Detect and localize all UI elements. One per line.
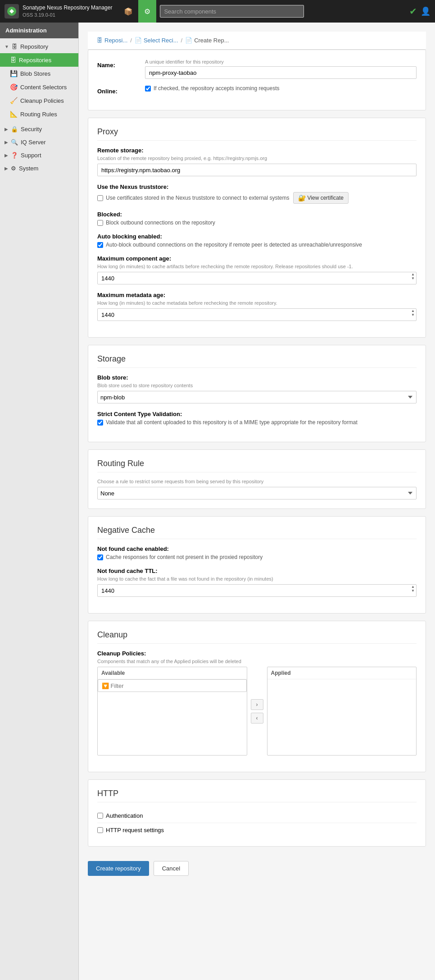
max-metadata-age-wrap: ▲ ▼ [97,308,417,321]
arrow-right-icon-system: ▶ [5,166,8,171]
sidebar-group-label-system: System [19,165,38,172]
sidebar-item-cleanup-policies[interactable]: 🧹 Cleanup Policies [0,94,78,107]
strict-content-checkbox[interactable] [97,420,103,426]
breadcrumb-repo-icon: 🗄 [97,37,103,44]
sidebar-group-iq[interactable]: ▶ 🔍 IQ Server [0,136,78,149]
auto-blocking-label: Auto blocking enabled: [97,233,417,240]
max-component-age-block: Maximum component age: How long (in minu… [97,255,417,284]
proxy-section: Proxy Remote storage: Location of the re… [88,118,426,338]
remote-storage-input[interactable] [97,164,417,176]
component-age-up[interactable]: ▲ [411,273,415,276]
negative-cache-heading: Negative Cache [97,526,417,539]
cleanup-policies-block: Cleanup Policies: Components that match … [97,650,417,756]
arrow-right-icon-support: ▶ [5,153,8,158]
routing-rules-icon: 📐 [10,110,18,118]
authentication-row[interactable]: Authentication [97,809,417,823]
sidebar-header: Administration [0,23,78,38]
sidebar-item-repositories[interactable]: 🗄 Repositories [0,53,78,67]
app-logo: Sonatype Nexus Repository Manager OSS 3.… [5,4,112,18]
max-metadata-age-hint: How long (in minutes) to cache metadata … [97,300,417,306]
sidebar-group-repository[interactable]: ▼ 🗄 Repository [0,40,78,53]
blocked-checkbox[interactable] [97,220,103,226]
available-panel: Available [97,667,247,756]
arrow-right-icon-security: ▶ [5,127,8,132]
not-found-cache-label: Not found cache enabled: [97,545,417,552]
user-icon[interactable]: 👤 [421,6,430,16]
filter-input[interactable] [98,679,247,692]
not-found-cache-checkbox[interactable] [97,554,103,560]
sidebar-item-blob-stores[interactable]: 💾 Blob Stores [0,67,78,80]
remote-storage-label: Remote storage: [97,147,417,154]
max-metadata-age-label: Maximum metadata age: [97,292,417,298]
basic-info-section: Name: A unique identifier for this repos… [88,50,426,110]
ttl-up[interactable]: ▲ [411,585,415,589]
breadcrumb-repositories[interactable]: 🗄 Reposi... [97,37,127,44]
max-component-age-wrap: ▲ ▼ [97,272,417,284]
breadcrumb-recipe-icon: 📄 [135,37,142,44]
remote-storage-block: Remote storage: Location of the remote r… [97,147,417,176]
name-input[interactable] [145,66,417,79]
package-icon-btn[interactable]: 📦 [119,0,137,23]
authentication-checkbox[interactable] [97,813,103,819]
auto-blocking-checkbox[interactable] [97,242,103,248]
topbar-nav-icons: 📦 ⚙ [119,0,156,23]
metadata-age-spinners: ▲ ▼ [411,309,415,317]
breadcrumb-create-label: Create Rep... [194,37,229,44]
online-checkbox[interactable] [145,86,151,92]
sidebar-group-system[interactable]: ▶ ⚙ System [0,162,78,175]
move-left-button[interactable]: ‹ [251,713,263,724]
metadata-age-down[interactable]: ▼ [411,313,415,317]
truststore-label: Use the Nexus truststore: [97,183,417,190]
cancel-button[interactable]: Cancel [154,861,189,876]
strict-content-checkbox-row: Validate that all content uploaded to th… [97,419,417,426]
breadcrumb-sep-2: / [181,37,183,44]
sidebar-group-label-support: Support [21,152,41,159]
sidebar-item-content-selectors[interactable]: 🎯 Content Selectors [0,80,78,94]
layout: Administration ▼ 🗄 Repository 🗄 Reposito… [0,23,435,980]
applied-header: Applied [267,667,417,679]
name-label: Name: [97,59,138,69]
not-found-cache-block: Not found cache enabled: Cache responses… [97,545,417,560]
truststore-block: Use the Nexus truststore: Use certificat… [97,183,417,204]
blocked-hint: Block outbound connections on the reposi… [106,220,215,226]
create-repository-button[interactable]: Create repository [88,861,149,876]
settings-icon-btn[interactable]: ⚙ [138,0,156,23]
cleanup-section: Cleanup Cleanup Policies: Components tha… [88,621,426,772]
sidebar-group-support[interactable]: ▶ ❓ Support [0,149,78,162]
metadata-age-up[interactable]: ▲ [411,309,415,313]
http-request-settings-row[interactable]: HTTP request settings [97,823,417,837]
blocked-block: Blocked: Block outbound connections on t… [97,211,417,226]
move-right-button[interactable]: › [251,699,263,710]
max-component-age-label: Maximum component age: [97,255,417,262]
proxy-heading: Proxy [97,127,417,141]
security-icon: 🔒 [11,126,18,133]
ttl-down[interactable]: ▼ [411,589,415,593]
routing-rule-select[interactable]: None [97,487,417,499]
not-found-ttl-block: Not found cache TTL: How long to cache t… [97,568,417,597]
component-age-down[interactable]: ▼ [411,277,415,280]
http-request-checkbox[interactable] [97,827,103,833]
sidebar-group-security[interactable]: ▶ 🔒 Security [0,123,78,136]
not-found-ttl-input[interactable] [97,584,417,597]
blob-store-select[interactable]: npm-blob [97,391,417,403]
http-section: HTTP Authentication HTTP request setting… [88,779,426,847]
applied-panel: Applied [267,667,417,756]
max-metadata-age-input[interactable] [97,308,417,321]
sidebar-item-routing-rules[interactable]: 📐 Routing Rules [0,107,78,121]
max-component-age-input[interactable] [97,272,417,284]
app-version: OSS 3.19.0-01 [23,12,112,18]
name-field-content: A unique identifier for this repository [145,59,417,79]
sidebar-item-label-repositories: Repositories [19,57,51,64]
breadcrumb-select-recipe[interactable]: 📄 Select Reci... [135,37,178,44]
content-selectors-icon: 🎯 [10,83,18,91]
not-found-ttl-label: Not found cache TTL: [97,568,417,574]
online-checkbox-row: If checked, the repository accepts incom… [145,85,417,92]
truststore-checkbox[interactable] [97,195,103,201]
breadcrumb-recipe-label: Select Reci... [144,37,178,44]
online-field-row: Online: If checked, the repository accep… [97,85,417,95]
search-input[interactable] [160,5,304,18]
dual-list-arrows: › ‹ [251,667,263,756]
ttl-spinners: ▲ ▼ [411,585,415,593]
view-certificate-button[interactable]: 🔐 View certificate [293,192,349,204]
topbar-right: ✔ 👤 [409,6,430,17]
